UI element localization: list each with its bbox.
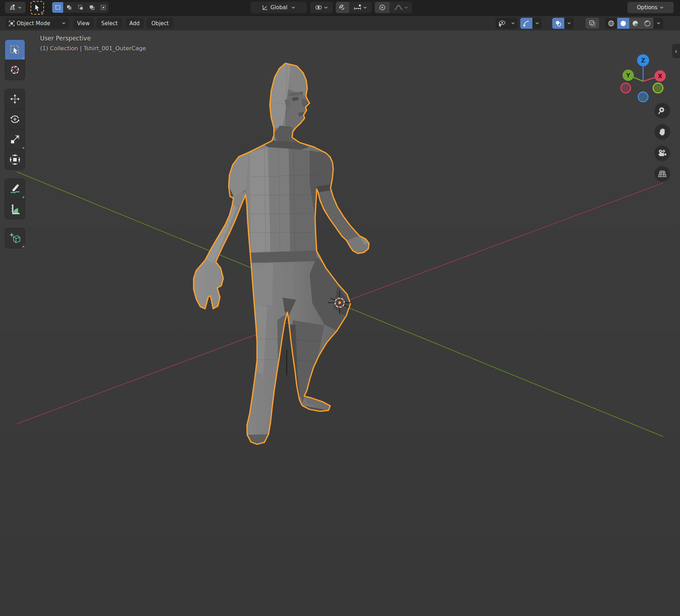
options-dropdown[interactable]: Options	[627, 2, 674, 13]
falloff-dropdown[interactable]	[390, 2, 412, 13]
3d-viewport[interactable]: User Perspective (1) Collection | Tshirt…	[0, 31, 680, 616]
mode-dropdown[interactable]: Object Mode	[6, 18, 69, 29]
shading-group	[605, 18, 663, 29]
transform-orientation-dropdown[interactable]: Global	[251, 2, 307, 13]
camera-view-icon	[658, 149, 667, 158]
select-set-icon	[55, 5, 61, 10]
editor-type-dropdown[interactable]	[5, 2, 26, 13]
show-object-types-chevron[interactable]	[508, 18, 517, 29]
gizmo-x-label: X	[658, 73, 663, 79]
snap-target-dropdown[interactable]	[349, 2, 372, 13]
menu-add[interactable]: Add	[125, 18, 144, 29]
toggle-ortho-grid-icon	[658, 170, 667, 178]
tool-measure[interactable]	[5, 199, 25, 219]
active-tool-thumbnail[interactable]	[31, 1, 44, 15]
tool-transform[interactable]	[5, 150, 25, 170]
mode-label: Object Mode	[17, 20, 50, 27]
gizmo-minus-x-axis[interactable]	[621, 83, 631, 93]
select-intersect-icon	[100, 5, 106, 10]
select-cursor-icon	[34, 4, 41, 12]
tool-scale[interactable]	[5, 130, 25, 150]
tool-annotate[interactable]	[5, 179, 25, 199]
camera-view-button[interactable]	[654, 145, 670, 161]
show-object-types-button[interactable]	[495, 18, 508, 29]
select-mode-extend[interactable]	[64, 2, 75, 13]
sidebar-collapse-tab[interactable]: ‹	[672, 44, 680, 58]
gizmo-minus-y-axis[interactable]	[653, 83, 663, 93]
zoom-button[interactable]	[654, 103, 670, 119]
pivot-point-dropdown[interactable]	[310, 2, 333, 13]
tool-shelf	[5, 40, 25, 257]
menu-object[interactable]: Object	[147, 18, 174, 29]
select-mode-subtract[interactable]	[75, 2, 86, 13]
add-cube-icon	[9, 232, 21, 244]
toggle-xray-icon	[589, 20, 596, 27]
tool-add-cube[interactable]	[5, 228, 25, 248]
falloff-curve-icon	[394, 4, 403, 11]
view-perspective-label: User Perspective	[40, 35, 146, 42]
top-toolbar: Global	[0, 0, 680, 16]
shading-wireframe-button[interactable]	[605, 18, 617, 29]
viewport-header: Object Mode View Select Add Object	[0, 16, 680, 31]
toggle-xray-button[interactable]	[586, 18, 599, 29]
select-subtract-icon	[78, 5, 83, 10]
cursor-tool-icon	[9, 64, 21, 76]
proportional-editing-toggle[interactable]	[375, 2, 390, 13]
shading-wireframe-icon	[608, 20, 615, 27]
shading-solid-button[interactable]	[617, 18, 629, 29]
selected-mesh-figure[interactable]	[194, 63, 369, 444]
shading-chevron[interactable]	[653, 18, 663, 29]
select-box-icon	[10, 44, 20, 55]
select-mode-set[interactable]	[52, 2, 64, 13]
toggle-ortho-button[interactable]	[654, 166, 670, 182]
options-label: Options	[637, 4, 658, 11]
menu-view[interactable]: View	[73, 18, 94, 29]
tool-rotate[interactable]	[5, 109, 25, 130]
snap-group	[336, 2, 372, 13]
chevron-down-icon	[363, 5, 367, 10]
select-mode-intersect[interactable]	[98, 2, 109, 13]
pan-hand-icon	[658, 128, 667, 136]
submenu-corner	[22, 57, 24, 59]
select-mode-invert[interactable]	[86, 2, 98, 13]
menu-select[interactable]: Select	[97, 18, 122, 29]
chevron-down-icon	[61, 21, 66, 26]
shading-rendered-button[interactable]	[641, 18, 653, 29]
viewport-gizmos-toggle[interactable]	[520, 18, 532, 29]
gizmos-chevron[interactable]	[532, 18, 542, 29]
navigation-gizmo[interactable]: Z Y X	[612, 40, 672, 102]
viewport-overlays-toggle[interactable]	[552, 18, 564, 29]
collection-object-breadcrumb: (1) Collection | Tshirt_001_OuterCage	[40, 45, 146, 52]
annotate-pencil-icon	[9, 183, 21, 194]
shading-material-icon	[632, 20, 639, 27]
mesh-facets	[206, 63, 369, 444]
select-mode-group	[52, 2, 109, 13]
orientation-axes-icon	[262, 4, 268, 11]
overlays-group	[552, 18, 574, 29]
submenu-corner	[22, 147, 24, 149]
viewport-text-overlay: User Perspective (1) Collection | Tshirt…	[40, 35, 146, 52]
overlays-chevron[interactable]	[564, 18, 574, 29]
shading-rendered-icon	[644, 20, 651, 27]
measure-icon	[9, 203, 21, 215]
submenu-corner	[22, 196, 24, 198]
chevron-down-icon	[535, 21, 539, 26]
shading-material-button[interactable]	[629, 18, 641, 29]
transform-icon	[9, 154, 21, 166]
object-mode-icon	[9, 20, 15, 27]
tool-cursor[interactable]	[5, 60, 25, 80]
select-extend-icon	[66, 5, 72, 10]
snap-toggle[interactable]	[336, 2, 349, 13]
pan-button[interactable]	[654, 124, 670, 140]
rotate-icon	[9, 114, 21, 125]
viewport-overlays-icon	[555, 20, 562, 27]
collapse-chevron-icon: ‹	[675, 47, 678, 55]
chevron-down-icon	[511, 21, 515, 26]
chevron-down-icon	[656, 21, 661, 26]
shading-solid-icon	[620, 20, 627, 27]
gizmo-minus-z-axis[interactable]	[638, 92, 648, 102]
tool-select-box[interactable]	[5, 40, 25, 60]
proportional-editing-icon	[379, 4, 386, 11]
menu-view-label: View	[77, 20, 90, 27]
tool-move[interactable]	[5, 89, 25, 109]
